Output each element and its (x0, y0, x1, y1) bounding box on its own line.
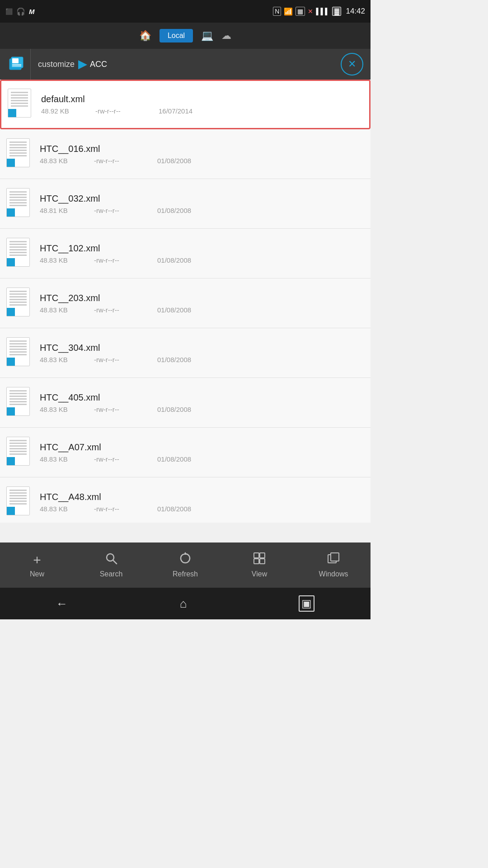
file-details: default.xml 48.92 KB -rw-r--r-- 16/07/20… (41, 94, 363, 115)
file-date: 01/08/2008 (157, 455, 202, 463)
file-item[interactable]: HTC__102.xml 48.83 KB -rw-r--r-- 01/08/2… (0, 229, 371, 278)
file-date: 01/08/2008 (157, 207, 202, 214)
search-icon (105, 552, 117, 568)
file-date: 01/08/2008 (157, 157, 202, 165)
file-item[interactable]: HTC__016.xml 48.83 KB -rw-r--r-- 01/08/2… (0, 129, 371, 179)
file-permissions: -rw-r--r-- (94, 207, 139, 214)
status-left-icons: ⬛ 🎧 M (5, 7, 35, 16)
file-name: HTC__203.xml (40, 293, 364, 303)
file-details: HTC__304.xml 48.83 KB -rw-r--r-- 01/08/2… (40, 343, 364, 363)
file-details: HTC__A48.xml 48.83 KB -rw-r--r-- 01/08/2… (40, 492, 364, 513)
file-name: default.xml (41, 94, 363, 104)
file-permissions: -rw-r--r-- (94, 256, 139, 264)
android-nav: ← ⌂ ▣ (0, 588, 371, 619)
file-list: default.xml 48.92 KB -rw-r--r-- 16/07/20… (0, 80, 371, 523)
file-icon (6, 288, 33, 319)
sim-icon: ▦ (296, 7, 305, 16)
file-size: 48.83 KB (40, 256, 76, 264)
file-permissions: -rw-r--r-- (94, 356, 139, 363)
recent-button[interactable]: ▣ (299, 595, 314, 612)
file-size: 48.83 KB (40, 356, 76, 363)
display-icon: ⬛ (5, 8, 13, 15)
glob-icon[interactable] (5, 49, 31, 80)
file-permissions: -rw-r--r-- (94, 455, 139, 463)
file-details: HTC__203.xml 48.83 KB -rw-r--r-- 01/08/2… (40, 293, 364, 314)
file-size: 48.92 KB (41, 107, 77, 115)
file-item[interactable]: HTC__304.xml 48.83 KB -rw-r--r-- 01/08/2… (0, 328, 371, 378)
file-meta: 48.92 KB -rw-r--r-- 16/07/2014 (41, 107, 363, 115)
file-meta: 48.81 KB -rw-r--r-- 01/08/2008 (40, 207, 364, 214)
windows-button[interactable]: Windows (304, 552, 363, 578)
file-item[interactable]: HTC__203.xml 48.83 KB -rw-r--r-- 01/08/2… (0, 278, 371, 328)
breadcrumb-customize[interactable]: customize (38, 60, 75, 69)
home-button[interactable]: ⌂ (180, 597, 187, 611)
file-item[interactable]: HTC__032.xml 48.81 KB -rw-r--r-- 01/08/2… (0, 179, 371, 229)
file-details: HTC__102.xml 48.83 KB -rw-r--r-- 01/08/2… (40, 243, 364, 264)
breadcrumb-acc[interactable]: ACC (90, 60, 107, 69)
file-date: 01/08/2008 (157, 256, 202, 264)
refresh-button[interactable]: Refresh (156, 552, 215, 578)
svg-marker-7 (183, 552, 187, 555)
file-meta: 48.83 KB -rw-r--r-- 01/08/2008 (40, 406, 364, 413)
file-name: HTC__304.xml (40, 343, 364, 353)
home-nav-icon[interactable]: 🏠 (139, 30, 151, 42)
local-tab[interactable]: Local (160, 29, 193, 42)
file-name: HTC__016.xml (40, 144, 364, 154)
file-meta: 48.83 KB -rw-r--r-- 01/08/2008 (40, 157, 364, 165)
file-icon (6, 387, 33, 419)
file-permissions: -rw-r--r-- (95, 107, 141, 115)
close-button[interactable]: ✕ (341, 53, 363, 75)
svg-rect-2 (12, 58, 19, 63)
file-meta: 48.83 KB -rw-r--r-- 01/08/2008 (40, 356, 364, 363)
file-size: 48.83 KB (40, 406, 76, 413)
file-icon (6, 437, 33, 468)
status-right-icons: N 📶 ▦ ✕ ▌▌▌ ▓ 14:42 (273, 7, 365, 16)
time-display: 14:42 (346, 7, 365, 16)
search-label: Search (100, 570, 123, 578)
file-name: HTC__405.xml (40, 392, 364, 403)
file-item[interactable]: HTC__A48.xml 48.83 KB -rw-r--r-- 01/08/2… (0, 477, 371, 523)
file-permissions: -rw-r--r-- (94, 306, 139, 314)
view-label: View (252, 570, 267, 578)
breadcrumb-path: customize ▶ ACC (31, 58, 341, 71)
svg-line-6 (113, 560, 117, 564)
file-date: 01/08/2008 (157, 406, 202, 413)
bottom-toolbar: + New Search Refresh (0, 542, 371, 588)
file-date: 01/08/2008 (157, 356, 202, 363)
refresh-label: Refresh (173, 570, 198, 578)
file-permissions: -rw-r--r-- (94, 505, 139, 513)
cloud-nav-icon[interactable]: ☁ (221, 30, 231, 42)
new-label: New (30, 570, 44, 578)
file-icon (6, 138, 33, 170)
file-icon (6, 486, 33, 518)
computer-nav-icon[interactable]: 💻 (201, 30, 213, 42)
new-icon: + (33, 552, 41, 568)
file-permissions: -rw-r--r-- (94, 406, 139, 413)
file-name: HTC__A07.xml (40, 442, 364, 453)
file-item[interactable]: HTC__A07.xml 48.83 KB -rw-r--r-- 01/08/2… (0, 428, 371, 477)
svg-rect-10 (254, 559, 259, 564)
view-button[interactable]: View (230, 552, 289, 578)
file-details: HTC__405.xml 48.83 KB -rw-r--r-- 01/08/2… (40, 392, 364, 413)
file-name: HTC__032.xml (40, 193, 364, 204)
back-button[interactable]: ← (56, 597, 68, 611)
file-meta: 48.83 KB -rw-r--r-- 01/08/2008 (40, 256, 364, 264)
file-item[interactable]: default.xml 48.92 KB -rw-r--r-- 16/07/20… (0, 80, 371, 129)
breadcrumb-bar: customize ▶ ACC ✕ (0, 49, 371, 80)
nfc-icon: N (273, 7, 281, 16)
gmail-icon: M (29, 8, 35, 15)
file-details: HTC__A07.xml 48.83 KB -rw-r--r-- 01/08/2… (40, 442, 364, 463)
status-bar: ⬛ 🎧 M N 📶 ▦ ✕ ▌▌▌ ▓ 14:42 (0, 0, 371, 23)
file-item[interactable]: HTC__405.xml 48.83 KB -rw-r--r-- 01/08/2… (0, 378, 371, 428)
file-meta: 48.83 KB -rw-r--r-- 01/08/2008 (40, 455, 364, 463)
file-icon (6, 188, 33, 220)
search-button[interactable]: Search (82, 552, 141, 578)
file-meta: 48.83 KB -rw-r--r-- 01/08/2008 (40, 505, 364, 513)
file-date: 16/07/2014 (159, 107, 204, 115)
file-name: HTC__A48.xml (40, 492, 364, 502)
file-size: 48.81 KB (40, 207, 76, 214)
svg-rect-11 (260, 559, 265, 564)
file-size: 48.83 KB (40, 455, 76, 463)
refresh-icon (179, 552, 192, 568)
new-button[interactable]: + New (8, 552, 66, 578)
